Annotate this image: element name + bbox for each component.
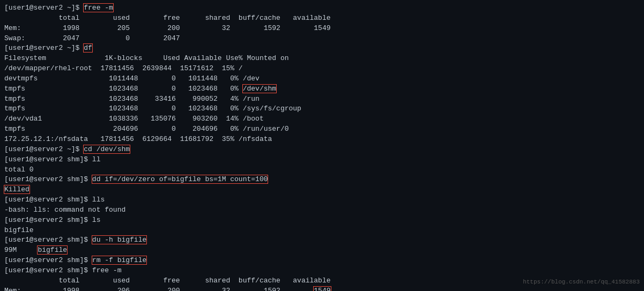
line-2: total used free shared buff/cache availa… <box>4 13 640 24</box>
line-6: Filesystem 1K-blocks Used Available Use%… <box>4 54 640 64</box>
line-1: [user1@server2 ~]$ free -m <box>4 3 640 13</box>
cmd-cd-devshm: cd /dev/shm <box>84 145 130 153</box>
terminal: [user1@server2 ~]$ free -m total used fr… <box>4 3 640 288</box>
line-19: Killed <box>4 185 640 195</box>
bigfile-label: bigfile <box>38 246 67 254</box>
cmd-dd: dd if=/dev/zero of=bigfile bs=1M count=1… <box>92 175 268 183</box>
line-25: 99M bigfile <box>4 245 640 256</box>
line-4: Swap: 2047 0 2047 <box>4 34 640 44</box>
cmd-rm: rm -f bigfile <box>92 256 146 264</box>
line-24: [user1@server2 shm]$ du -h bigfile <box>4 235 640 245</box>
line-22: [user1@server2 shm]$ ls <box>4 215 640 226</box>
line-26: [user1@server2 shm]$ rm -f bigfile <box>4 256 640 266</box>
line-17: total 0 <box>4 165 640 175</box>
line-16: [user1@server2 shm]$ ll <box>4 155 640 165</box>
line-29: Mem: 1998 206 200 32 1592 1549 <box>4 286 640 291</box>
cmd-df: df <box>84 44 92 52</box>
line-9: tmpfs 1023468 0 1023468 0% /dev/shm <box>4 84 640 94</box>
line-14: 172.25.12.1:/nfsdata 17811456 6129664 11… <box>4 135 640 145</box>
line-20: [user1@server2 shm]$ lls <box>4 195 640 205</box>
line-13: tmpfs 204696 0 204696 0% /run/user/0 <box>4 124 640 135</box>
line-8: devtmpfs 1011448 0 1011448 0% /dev <box>4 74 640 84</box>
cmd-du: du -h bigfile <box>92 236 146 244</box>
killed-label: Killed <box>4 185 29 193</box>
line-11: tmpfs 1023468 0 1023468 0% /sys/fs/cgrou… <box>4 104 640 114</box>
line-27: [user1@server2 shm]$ free -m <box>4 266 640 276</box>
available-value: 1549 <box>314 287 330 291</box>
line-21: -bash: lls: command not found <box>4 205 640 215</box>
line-10: tmpfs 1023468 33416 990052 4% /run <box>4 94 640 105</box>
line-18: [user1@server2 shm]$ dd if=/dev/zero of=… <box>4 175 640 185</box>
line-23: bigfile <box>4 226 640 236</box>
watermark: https://blog.csdn.net/qq_41582883 <box>523 278 640 287</box>
line-3: Mem: 1998 205 200 32 1592 1549 <box>4 24 640 34</box>
cmd-free-m: free -m <box>84 4 113 12</box>
line-5: [user1@server2 ~]$ df <box>4 43 640 54</box>
line-7: /dev/mapper/rhel-root 17811456 2639844 1… <box>4 64 640 74</box>
dev-shm-mount: /dev/shm <box>243 85 276 93</box>
line-15: [user1@server2 ~]$ cd /dev/shm <box>4 145 640 155</box>
line-12: /dev/vda1 1038336 135076 903260 14% /boo… <box>4 114 640 124</box>
